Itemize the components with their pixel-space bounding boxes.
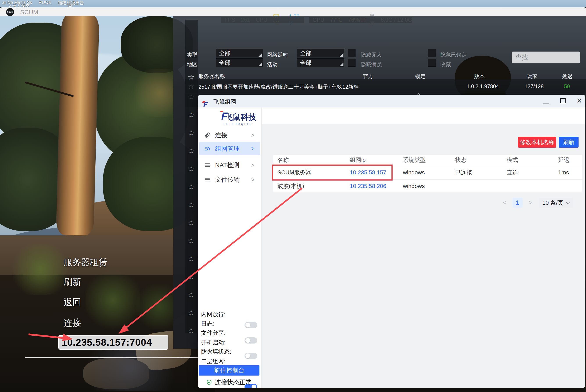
hide-locked-checkbox[interactable] bbox=[428, 49, 436, 57]
sidebar-item-connect[interactable]: 连接 > bbox=[199, 129, 260, 142]
sidebar-item-label: 组网管理 bbox=[215, 144, 240, 153]
column-server-name[interactable]: 服务器名称 bbox=[198, 73, 225, 80]
favorite-star-icon[interactable]: ☆ bbox=[188, 183, 194, 190]
next-page-button[interactable]: > bbox=[529, 199, 532, 206]
dropdown-triangle-icon bbox=[259, 53, 262, 56]
refresh-button[interactable]: 刷新 bbox=[559, 137, 579, 148]
menu-item-back[interactable]: 返回 bbox=[64, 296, 81, 308]
scum-window-title: SCUM bbox=[20, 9, 38, 16]
desktop-strip: ar No Man's Sk y 无人深空 RUOK 猫猫超级出击 .txt bbox=[0, 0, 586, 7]
tree-trunk bbox=[56, 16, 99, 236]
favorite-star-icon[interactable]: ☆ bbox=[188, 273, 194, 280]
column-ping[interactable]: 延迟 bbox=[562, 73, 573, 80]
connection-status-text: 连接状态正常 bbox=[215, 378, 252, 386]
member-name: 波波(本机) bbox=[277, 182, 304, 190]
pebbles bbox=[72, 345, 191, 391]
logs-toggle[interactable] bbox=[245, 338, 257, 344]
dropdown-triangle-icon bbox=[340, 62, 343, 66]
server-ip-input[interactable]: 10.235.58.157:7004 bbox=[58, 335, 168, 350]
rename-host-button[interactable]: 修改本机名称 bbox=[518, 137, 556, 148]
toggle-label-lan-passthrough: 内网放行: bbox=[201, 310, 225, 318]
member-os: windows bbox=[403, 183, 425, 190]
main-content bbox=[262, 108, 585, 388]
close-button[interactable]: × bbox=[577, 96, 582, 105]
prev-page-button[interactable]: < bbox=[503, 199, 506, 206]
server-players: 127/128 bbox=[525, 83, 544, 90]
hide-full-label: 隐藏满员 bbox=[361, 61, 382, 68]
column-locked[interactable]: 锁定 bbox=[415, 73, 426, 80]
network-search-icon bbox=[205, 146, 210, 152]
col-os-type: 系统类型 bbox=[403, 156, 426, 164]
sidebar-item-label: 连接 bbox=[215, 131, 227, 139]
sidebar-item-label: 文件传输 bbox=[215, 176, 240, 184]
favorites-checkbox[interactable] bbox=[428, 59, 436, 67]
favorites-label: 收藏 bbox=[440, 61, 451, 68]
toggle-label-autostart: 开机启动: bbox=[201, 339, 225, 346]
favorite-star-icon[interactable]: ☆ bbox=[188, 201, 194, 208]
member-mode: 直连 bbox=[507, 169, 518, 176]
lan-passthrough-toggle[interactable] bbox=[245, 322, 257, 328]
chevron-right-icon: > bbox=[251, 162, 255, 169]
menu-item-server-rental[interactable]: 服务器租赁 bbox=[64, 256, 107, 268]
favorite-star-icon[interactable]: ☆ bbox=[188, 237, 194, 244]
page-size-select[interactable]: 10 条/页 bbox=[539, 198, 573, 208]
file-share-toggle[interactable] bbox=[245, 353, 257, 359]
menu-item-refresh[interactable]: 刷新 bbox=[64, 276, 81, 288]
filter-latency-label: 网络延时 bbox=[267, 51, 288, 58]
favorite-star-icon[interactable]: ☆ bbox=[188, 111, 194, 118]
favorite-star-icon[interactable]: ☆ bbox=[188, 309, 194, 316]
toggle-label-file-share: 文件分享: bbox=[201, 329, 225, 337]
favorite-star-icon[interactable]: ☆ bbox=[188, 327, 194, 334]
favorite-star-icon[interactable]: ☆ bbox=[188, 291, 194, 298]
chevron-right-icon: > bbox=[251, 132, 255, 139]
member-latency: 1ms bbox=[558, 169, 569, 176]
hide-empty-label: 隐藏无人 bbox=[361, 51, 382, 58]
col-status: 状态 bbox=[455, 156, 467, 164]
window-titlebar[interactable] bbox=[198, 95, 585, 108]
filter-latency-dropdown[interactable]: 全部 bbox=[297, 49, 344, 58]
minimize-button[interactable] bbox=[543, 100, 549, 104]
column-official[interactable]: 官方 bbox=[363, 73, 374, 80]
toggle-label-firewall: 防火墙状态: bbox=[201, 348, 231, 356]
column-players[interactable]: 玩家 bbox=[527, 73, 538, 80]
table-header-row: 名称 组网ip 系统类型 状态 模式 延迟 bbox=[273, 155, 582, 166]
column-version[interactable]: 版本 bbox=[474, 73, 485, 80]
hide-full-checkbox[interactable] bbox=[348, 59, 356, 67]
annotation-highlight-box bbox=[272, 164, 393, 180]
table-row[interactable]: 波波(本机) 10.235.58.206 windows bbox=[273, 180, 582, 192]
go-to-console-button[interactable]: 前往控制台 bbox=[199, 365, 259, 376]
server-ping: 50 bbox=[564, 83, 570, 90]
favorite-star-icon[interactable]: ☆ bbox=[188, 165, 194, 172]
maximize-button[interactable] bbox=[560, 98, 566, 103]
paperclip-icon bbox=[205, 132, 210, 138]
favorite-star-icon[interactable]: ☆ bbox=[188, 255, 194, 262]
scum-app-icon: SCUM bbox=[6, 8, 14, 16]
pagination: < 1 > 10 条/页 bbox=[503, 198, 573, 208]
filter-region-dropdown[interactable]: 全部 bbox=[216, 58, 263, 67]
sidebar-item-nat-check[interactable]: NAT检测 > bbox=[199, 159, 260, 172]
sidebar-item-network-management[interactable]: 组网管理 > bbox=[199, 142, 260, 155]
content-top-strip bbox=[262, 108, 585, 124]
sidebar-item-file-transfer[interactable]: 文件传输 > bbox=[199, 173, 260, 186]
desktop-icon-label[interactable]: RUOK bbox=[38, 0, 51, 5]
member-os: windows bbox=[403, 169, 425, 176]
favorite-star-icon[interactable]: ☆ bbox=[188, 129, 194, 136]
menu-item-connect[interactable]: 连接 bbox=[64, 317, 81, 329]
page-number-button[interactable]: 1 bbox=[513, 198, 523, 208]
search-input[interactable] bbox=[512, 52, 580, 64]
window-title: 飞鼠组网 bbox=[213, 98, 236, 106]
feishu-network-window: F 飞鼠组网 × F 飞鼠科技 FEISHUQIYE 连接 > 组网管理 > N… bbox=[198, 95, 585, 388]
favorite-star-icon[interactable]: ☆ bbox=[188, 147, 194, 154]
dropdown-triangle-icon bbox=[340, 53, 343, 56]
favorite-star-icon[interactable]: ☆ bbox=[188, 219, 194, 226]
chevron-right-icon: > bbox=[251, 176, 255, 183]
member-ip-link[interactable]: 10.235.58.206 bbox=[350, 183, 386, 190]
filter-activity-dropdown[interactable]: 全部 bbox=[297, 58, 344, 67]
chevron-right-icon: > bbox=[251, 145, 255, 152]
hide-empty-checkbox[interactable] bbox=[348, 49, 356, 57]
grass-tuft bbox=[85, 270, 140, 330]
col-latency: 延迟 bbox=[558, 156, 570, 164]
member-status: 已连接 bbox=[455, 169, 472, 176]
toggle-label-logs: 日志: bbox=[201, 320, 214, 328]
filter-type-dropdown[interactable]: 全部 bbox=[216, 49, 263, 58]
